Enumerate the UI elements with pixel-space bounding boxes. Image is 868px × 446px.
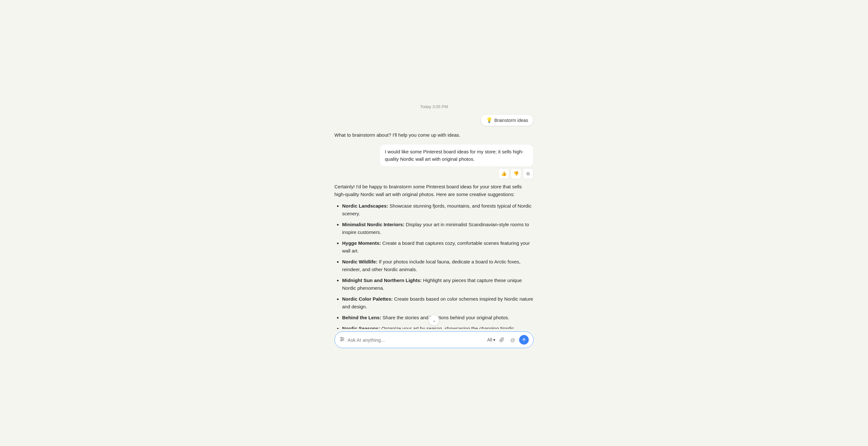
response-area: Certainly! I'd be happy to brainstorm so… xyxy=(334,183,534,329)
chat-container: Today 3:05 PM 💡 Brainstorm ideas What to… xyxy=(334,98,534,348)
brainstorm-badge[interactable]: 💡 Brainstorm ideas xyxy=(480,114,534,126)
svg-point-3 xyxy=(341,337,342,338)
thumbs-down-button[interactable]: 👎 xyxy=(510,168,521,179)
copy-button[interactable]: ⧉ xyxy=(523,168,534,179)
all-dropdown[interactable]: All ▾ xyxy=(487,337,495,342)
input-area: All ▾ @ xyxy=(334,332,534,348)
ai-intro-message: What to brainstorm about? I'll help you … xyxy=(334,131,534,139)
ai-response-intro: Certainly! I'd be happy to brainstorm so… xyxy=(334,183,534,198)
suggestions-list: Nordic Landscapes: Showcase stunning fjo… xyxy=(334,202,534,329)
svg-point-5 xyxy=(341,340,342,341)
list-item: Nordic Wildlife: If your photos include … xyxy=(342,258,534,273)
tune-icon[interactable] xyxy=(339,336,345,343)
bulb-icon: 💡 xyxy=(486,117,493,123)
brainstorm-badge-label: Brainstorm ideas xyxy=(494,118,528,123)
attach-icon[interactable] xyxy=(497,335,506,344)
scroll-down-button[interactable]: ⌄ xyxy=(429,315,439,326)
user-message: I would like some Pinterest board ideas … xyxy=(379,144,534,167)
svg-point-4 xyxy=(342,339,343,340)
thumbs-up-button[interactable]: 👍 xyxy=(498,168,509,179)
input-right-controls: All ▾ @ xyxy=(487,335,529,345)
user-message-wrapper: I would like some Pinterest board ideas … xyxy=(334,144,534,167)
all-label: All xyxy=(487,337,492,342)
list-item: Hygge Moments: Create a board that captu… xyxy=(342,239,534,255)
timestamp: Today 3:05 PM xyxy=(334,98,534,109)
send-button[interactable] xyxy=(519,335,529,345)
dropdown-chevron-icon: ▾ xyxy=(493,337,495,342)
list-item: Nordic Seasons: Organize your art by sea… xyxy=(342,325,534,329)
chat-input[interactable] xyxy=(348,337,485,343)
list-item: Midnight Sun and Northern Lights: Highli… xyxy=(342,277,534,292)
mention-icon[interactable]: @ xyxy=(508,335,517,344)
list-item: Nordic Color Palettes: Create boards bas… xyxy=(342,295,534,311)
list-item: Nordic Landscapes: Showcase stunning fjo… xyxy=(342,202,534,217)
message-actions: 👍 👎 ⧉ xyxy=(334,168,534,179)
list-item: Minimalist Nordic Interiors: Display you… xyxy=(342,221,534,236)
